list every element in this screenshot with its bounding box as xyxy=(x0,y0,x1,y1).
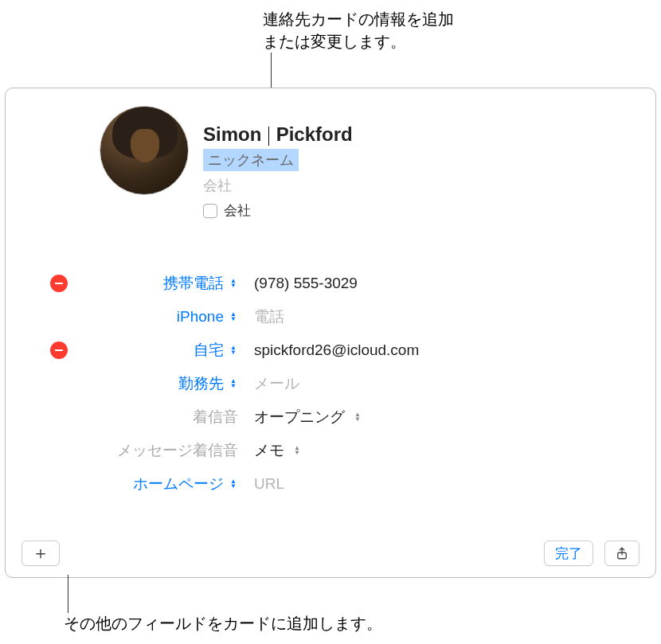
field-row-email-home: 自宅 ▲▼ spickford26@icloud.com xyxy=(6,334,655,367)
first-name-field[interactable]: Simon xyxy=(203,123,261,146)
done-button-label: 完了 xyxy=(555,544,582,563)
text-tone-value: メモ xyxy=(254,440,284,461)
callout-bottom: その他のフィールドをカードに追加します。 xyxy=(64,613,382,634)
text-tone-label: メッセージ着信音 xyxy=(117,440,238,461)
callout-bottom-text: その他のフィールドをカードに追加します。 xyxy=(64,615,382,632)
field-row-homepage: ホームページ ▲▼ URL xyxy=(6,467,655,501)
remove-phone-mobile-button[interactable] xyxy=(50,275,68,292)
done-button[interactable]: 完了 xyxy=(544,541,593,566)
phone-mobile-value[interactable]: (978) 555-3029 xyxy=(243,275,358,292)
remove-email-home-button[interactable] xyxy=(50,342,68,359)
phone-mobile-label: 携帯電話 xyxy=(163,273,224,294)
callout-top-leader-line xyxy=(271,53,272,88)
fields-section: 携帯電話 ▲▼ (978) 555-3029 iPhone ▲▼ 電話 自宅 ▲… xyxy=(6,267,655,501)
email-work-placeholder: メール xyxy=(254,373,299,394)
ringtone-label: 着信音 xyxy=(193,407,238,427)
text-tone-label-cell: メッセージ着信音 xyxy=(68,440,243,461)
chevron-updown-icon: ▲▼ xyxy=(229,312,238,322)
callout-bottom-leader-line xyxy=(68,575,68,613)
ringtone-select[interactable]: オープニング ▲▼ xyxy=(243,407,362,427)
chevron-updown-icon: ▲▼ xyxy=(229,345,238,355)
company-placeholder-text: 会社 xyxy=(203,178,232,193)
phone-iphone-label: iPhone xyxy=(177,308,224,326)
homepage-input[interactable]: URL xyxy=(243,475,284,493)
chevron-updown-icon: ▲▼ xyxy=(229,279,238,288)
text-tone-select[interactable]: メモ ▲▼ xyxy=(243,440,302,461)
field-row-text-tone: メッセージ着信音 メモ ▲▼ xyxy=(6,434,655,467)
share-icon xyxy=(615,546,629,560)
callout-top-text: 連絡先カードの情報を追加 または変更します。 xyxy=(263,10,454,50)
field-row-phone-mobile: 携帯電話 ▲▼ (978) 555-3029 xyxy=(6,267,655,300)
field-row-email-work: 勤務先 ▲▼ メール xyxy=(6,367,655,400)
company-field[interactable]: 会社 xyxy=(203,176,353,195)
email-home-label: 自宅 xyxy=(194,340,224,361)
text-cursor xyxy=(268,127,269,146)
company-checkbox-row: 会社 xyxy=(203,201,353,220)
nickname-placeholder: ニックネーム xyxy=(208,152,294,168)
phone-mobile-label-select[interactable]: 携帯電話 ▲▼ xyxy=(68,273,243,294)
bottom-toolbar: ＋ 完了 xyxy=(6,541,655,566)
email-work-label-select[interactable]: 勤務先 ▲▼ xyxy=(68,373,243,394)
email-work-label: 勤務先 xyxy=(178,373,224,394)
share-button[interactable] xyxy=(604,541,639,566)
phone-iphone-label-select[interactable]: iPhone ▲▼ xyxy=(68,308,243,326)
plus-icon: ＋ xyxy=(32,541,49,565)
last-name-field[interactable]: Pickford xyxy=(276,123,353,146)
homepage-label: ホームページ xyxy=(133,474,224,494)
ringtone-label-cell: 着信音 xyxy=(68,407,243,427)
email-work-input[interactable]: メール xyxy=(243,373,299,394)
phone-iphone-placeholder: 電話 xyxy=(254,306,284,327)
field-row-phone-iphone: iPhone ▲▼ 電話 xyxy=(6,300,655,334)
avatar[interactable] xyxy=(100,106,189,195)
name-row[interactable]: Simon Pickford xyxy=(203,123,353,146)
field-row-ringtone: 着信音 オープニング ▲▼ xyxy=(6,400,655,434)
contact-card-window: Simon Pickford ニックネーム 会社 会社 携帯電話 ▲▼ (978… xyxy=(5,88,656,578)
company-checkbox-label: 会社 xyxy=(224,201,251,220)
email-home-value-text: spickford26@icloud.com xyxy=(254,342,419,359)
homepage-placeholder: URL xyxy=(254,475,284,493)
nickname-field[interactable]: ニックネーム xyxy=(203,149,299,171)
company-checkbox[interactable] xyxy=(203,204,217,218)
chevron-updown-icon: ▲▼ xyxy=(229,479,238,489)
contact-header: Simon Pickford ニックネーム 会社 会社 xyxy=(203,123,353,220)
phone-mobile-value-text: (978) 555-3029 xyxy=(254,275,358,292)
phone-iphone-input[interactable]: 電話 xyxy=(243,306,284,327)
callout-top: 連絡先カードの情報を追加 または変更します。 xyxy=(263,8,454,53)
email-home-value[interactable]: spickford26@icloud.com xyxy=(243,342,419,359)
add-field-button[interactable]: ＋ xyxy=(22,541,60,566)
chevron-updown-icon: ▲▼ xyxy=(353,412,362,422)
email-home-label-select[interactable]: 自宅 ▲▼ xyxy=(68,340,243,361)
chevron-updown-icon: ▲▼ xyxy=(292,446,302,455)
chevron-updown-icon: ▲▼ xyxy=(229,379,238,388)
ringtone-value: オープニング xyxy=(254,407,345,427)
homepage-label-select[interactable]: ホームページ ▲▼ xyxy=(68,474,243,494)
